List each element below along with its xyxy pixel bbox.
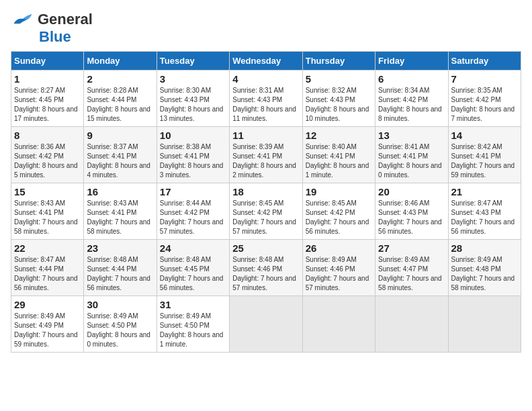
calendar-cell: 13 Sunrise: 8:41 AM Sunset: 4:41 PM Dayl… [375,127,448,183]
day-number: 16 [87,186,153,197]
day-number: 20 [378,186,445,197]
day-number: 12 [306,130,372,141]
calendar-cell: 7 Sunrise: 8:35 AM Sunset: 4:42 PM Dayli… [448,71,521,127]
day-info: Sunrise: 8:49 AM Sunset: 4:46 PM Dayligh… [306,255,372,293]
calendar-cell: 25 Sunrise: 8:48 AM Sunset: 4:46 PM Dayl… [230,240,302,296]
day-number: 5 [306,73,372,85]
calendar-cell: 18 Sunrise: 8:45 AM Sunset: 4:42 PM Dayl… [230,183,302,240]
calendar-cell [448,296,521,353]
day-number: 14 [451,130,518,141]
week-row-5: 29 Sunrise: 8:49 AM Sunset: 4:49 PM Dayl… [11,296,521,353]
day-info: Sunrise: 8:30 AM Sunset: 4:43 PM Dayligh… [160,86,226,124]
calendar-cell: 4 Sunrise: 8:31 AM Sunset: 4:43 PM Dayli… [230,71,302,127]
day-number: 3 [160,73,226,85]
weekday-sunday: Sunday [11,52,84,71]
day-info: Sunrise: 8:27 AM Sunset: 4:45 PM Dayligh… [14,86,81,124]
calendar-table: SundayMondayTuesdayWednesdayThursdayFrid… [11,51,521,353]
day-info: Sunrise: 8:34 AM Sunset: 4:42 PM Dayligh… [378,86,445,124]
day-info: Sunrise: 8:39 AM Sunset: 4:41 PM Dayligh… [232,142,299,180]
calendar-cell: 12 Sunrise: 8:40 AM Sunset: 4:41 PM Dayl… [302,127,375,183]
day-number: 9 [87,130,153,141]
calendar-cell: 19 Sunrise: 8:45 AM Sunset: 4:42 PM Dayl… [302,183,375,240]
day-info: Sunrise: 8:37 AM Sunset: 4:41 PM Dayligh… [87,142,153,180]
calendar-cell [375,296,448,353]
calendar-cell: 24 Sunrise: 8:48 AM Sunset: 4:45 PM Dayl… [157,240,229,296]
calendar-cell: 2 Sunrise: 8:28 AM Sunset: 4:44 PM Dayli… [84,71,157,127]
day-info: Sunrise: 8:45 AM Sunset: 4:42 PM Dayligh… [232,199,299,236]
calendar-cell: 20 Sunrise: 8:46 AM Sunset: 4:43 PM Dayl… [375,183,448,240]
day-number: 15 [14,186,81,197]
day-number: 27 [378,242,445,254]
day-number: 8 [14,130,81,141]
day-info: Sunrise: 8:28 AM Sunset: 4:44 PM Dayligh… [87,86,153,124]
weekday-friday: Friday [375,52,448,71]
day-number: 4 [232,73,299,85]
day-info: Sunrise: 8:49 AM Sunset: 4:49 PM Dayligh… [14,312,81,349]
calendar-cell: 28 Sunrise: 8:49 AM Sunset: 4:48 PM Dayl… [448,240,521,296]
calendar-body: 1 Sunrise: 8:27 AM Sunset: 4:45 PM Dayli… [11,71,521,353]
calendar-cell: 11 Sunrise: 8:39 AM Sunset: 4:41 PM Dayl… [230,127,302,183]
weekday-thursday: Thursday [302,52,375,71]
calendar-cell: 22 Sunrise: 8:47 AM Sunset: 4:44 PM Dayl… [11,240,84,296]
calendar-cell: 27 Sunrise: 8:49 AM Sunset: 4:47 PM Dayl… [375,240,448,296]
day-info: Sunrise: 8:47 AM Sunset: 4:43 PM Dayligh… [451,199,518,236]
calendar-cell: 8 Sunrise: 8:36 AM Sunset: 4:42 PM Dayli… [11,127,84,183]
day-info: Sunrise: 8:44 AM Sunset: 4:42 PM Dayligh… [160,199,226,236]
day-info: Sunrise: 8:31 AM Sunset: 4:43 PM Dayligh… [232,86,299,124]
weekday-header-row: SundayMondayTuesdayWednesdayThursdayFrid… [11,52,521,71]
calendar-cell: 5 Sunrise: 8:32 AM Sunset: 4:43 PM Dayli… [302,71,375,127]
logo-general: General [38,11,93,28]
day-number: 29 [14,299,81,310]
day-number: 28 [451,242,518,254]
day-number: 1 [14,73,81,85]
day-info: Sunrise: 8:43 AM Sunset: 4:41 PM Dayligh… [87,199,153,236]
day-number: 19 [306,186,372,197]
day-info: Sunrise: 8:35 AM Sunset: 4:42 PM Dayligh… [451,86,518,124]
week-row-4: 22 Sunrise: 8:47 AM Sunset: 4:44 PM Dayl… [11,240,521,296]
day-number: 23 [87,242,153,254]
calendar-cell: 31 Sunrise: 8:49 AM Sunset: 4:50 PM Dayl… [157,296,229,353]
day-number: 31 [160,299,226,310]
day-number: 18 [232,186,299,197]
logo: General Blue [11,11,93,46]
day-info: Sunrise: 8:42 AM Sunset: 4:41 PM Dayligh… [451,142,518,180]
day-number: 30 [87,299,153,310]
week-row-1: 1 Sunrise: 8:27 AM Sunset: 4:45 PM Dayli… [11,71,521,127]
day-info: Sunrise: 8:49 AM Sunset: 4:50 PM Dayligh… [87,312,153,349]
calendar-cell: 10 Sunrise: 8:38 AM Sunset: 4:41 PM Dayl… [157,127,229,183]
day-info: Sunrise: 8:48 AM Sunset: 4:44 PM Dayligh… [87,255,153,293]
weekday-wednesday: Wednesday [230,52,302,71]
day-number: 10 [160,130,226,141]
logo-blue: Blue [39,28,71,46]
week-row-2: 8 Sunrise: 8:36 AM Sunset: 4:42 PM Dayli… [11,127,521,183]
calendar-cell: 21 Sunrise: 8:47 AM Sunset: 4:43 PM Dayl… [448,183,521,240]
weekday-monday: Monday [84,52,157,71]
day-number: 6 [378,73,445,85]
day-number: 7 [451,73,518,85]
day-number: 2 [87,73,153,85]
day-info: Sunrise: 8:46 AM Sunset: 4:43 PM Dayligh… [378,199,445,236]
logo-icon [11,13,35,26]
day-info: Sunrise: 8:48 AM Sunset: 4:45 PM Dayligh… [160,255,226,293]
day-number: 24 [160,242,226,254]
day-info: Sunrise: 8:48 AM Sunset: 4:46 PM Dayligh… [232,255,299,293]
header: General Blue [11,11,521,46]
day-number: 17 [160,186,226,197]
calendar-cell: 14 Sunrise: 8:42 AM Sunset: 4:41 PM Dayl… [448,127,521,183]
weekday-tuesday: Tuesday [157,52,229,71]
calendar-cell: 6 Sunrise: 8:34 AM Sunset: 4:42 PM Dayli… [375,71,448,127]
day-number: 26 [306,242,372,254]
calendar-cell: 3 Sunrise: 8:30 AM Sunset: 4:43 PM Dayli… [157,71,229,127]
calendar-cell: 29 Sunrise: 8:49 AM Sunset: 4:49 PM Dayl… [11,296,84,353]
day-info: Sunrise: 8:43 AM Sunset: 4:41 PM Dayligh… [14,199,81,236]
day-info: Sunrise: 8:38 AM Sunset: 4:41 PM Dayligh… [160,142,226,180]
calendar-cell: 16 Sunrise: 8:43 AM Sunset: 4:41 PM Dayl… [84,183,157,240]
day-info: Sunrise: 8:41 AM Sunset: 4:41 PM Dayligh… [378,142,445,180]
day-info: Sunrise: 8:49 AM Sunset: 4:50 PM Dayligh… [160,312,226,349]
calendar-cell: 30 Sunrise: 8:49 AM Sunset: 4:50 PM Dayl… [84,296,157,353]
calendar-cell: 23 Sunrise: 8:48 AM Sunset: 4:44 PM Dayl… [84,240,157,296]
day-info: Sunrise: 8:49 AM Sunset: 4:47 PM Dayligh… [378,255,445,293]
calendar-cell [230,296,302,353]
day-info: Sunrise: 8:47 AM Sunset: 4:44 PM Dayligh… [14,255,81,293]
calendar-cell: 1 Sunrise: 8:27 AM Sunset: 4:45 PM Dayli… [11,71,84,127]
